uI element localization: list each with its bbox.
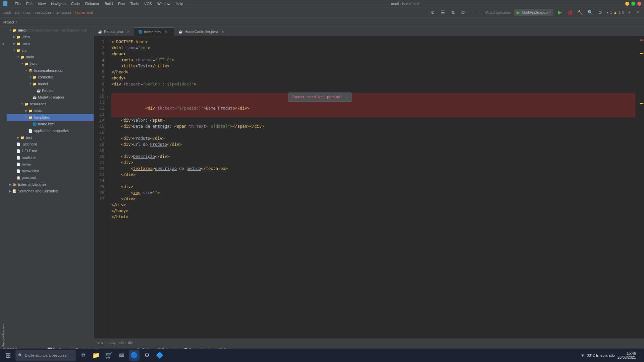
show-desktop-btn[interactable]: |	[639, 350, 641, 361]
toolbar-close-btn[interactable]: —	[470, 9, 477, 16]
tree-helpmd[interactable]: ▶ 📄 HELP.md	[7, 147, 94, 154]
tree-mudi-app[interactable]: ▶ ☕ MudiApplication	[7, 94, 94, 101]
intellij-btn[interactable]: 🔵	[129, 350, 140, 361]
maximize-button[interactable]	[631, 2, 635, 6]
favorites-icon[interactable]: Favorites	[1, 338, 6, 343]
menu-navigate[interactable]: Navigate	[49, 1, 67, 6]
task-view-btn[interactable]: ⧉	[78, 350, 89, 361]
tree-templates[interactable]: ▾ 📁 templates	[7, 114, 94, 121]
project-view-icon[interactable]: ◈	[1, 42, 6, 47]
tab-home-controller[interactable]: ☕ HomeController.java ✕	[174, 27, 228, 36]
tree-mvnwcmd[interactable]: ▶ 📄 mvnw.cmd	[7, 168, 94, 174]
code-line-16	[111, 147, 635, 154]
project-dropdown-arrow: ▾	[15, 20, 17, 24]
chevron-down-icon: ▾	[549, 11, 551, 14]
tree-home-html[interactable]: ▶ 🌐 home.html	[7, 121, 94, 127]
src-label: src	[22, 48, 27, 52]
tree-ext-libs[interactable]: ▶ 📚 External Libraries	[7, 181, 94, 188]
menu-code[interactable]: Code	[69, 1, 82, 6]
breadcrumb-mudi[interactable]: mudi	[3, 10, 11, 14]
tree-main[interactable]: ▾ 📁 main	[7, 54, 94, 60]
tree-mvnw[interactable]: ▶ 📄 mvnw	[7, 161, 94, 168]
tree-java[interactable]: ▾ 📁 java	[7, 60, 94, 67]
menu-run[interactable]: Run	[116, 1, 127, 6]
home-controller-tab-icon: ☕	[178, 30, 182, 34]
code-editor[interactable]: 12345 678910 1112131415 1617181920 21222…	[94, 36, 644, 339]
tree-pedido[interactable]: ▶ ☕ Pedido	[7, 87, 94, 94]
tree-test[interactable]: ▶ 📁 test	[7, 134, 94, 141]
code-line-5: <title>Teste</title>	[111, 63, 635, 69]
tree-controller[interactable]: ▾ 📁 controller	[7, 74, 94, 80]
tooltip-more-icon: ⋮	[345, 94, 348, 100]
explorer-btn[interactable]: 📁	[91, 350, 101, 361]
search-taskbar[interactable]: 🔍 Digite aqui para pesquisar	[15, 350, 76, 361]
toolbar-list-btn[interactable]: ☰	[439, 9, 447, 16]
menu-vcs[interactable]: VCS	[142, 1, 154, 6]
code-line-14: <div>Produto</div>	[111, 135, 635, 141]
pedido-label: Pedido	[42, 88, 53, 93]
tree-idea[interactable]: ▶ 📁 .idea	[7, 34, 94, 40]
code-editor-content[interactable]: Cannot resolve 'pedido' ⋮ <!DOCTYPE html…	[107, 36, 639, 339]
close-button[interactable]	[637, 2, 641, 6]
tree-mvn[interactable]: ▶ 📁 .mvn	[7, 40, 94, 47]
home-html-icon: 🌐	[32, 122, 37, 126]
tree-app-props[interactable]: ▶ 📄 application.properties	[7, 127, 94, 134]
tree-gitignore[interactable]: ▶ 📄 .gitignore	[7, 141, 94, 147]
menu-file[interactable]: File	[13, 1, 23, 6]
home-controller-tab-close[interactable]: ✕	[221, 30, 224, 34]
chrome-btn[interactable]: ⚙	[142, 350, 152, 361]
tree-mudiiml[interactable]: ▶ 📄 mudi.iml	[7, 154, 94, 161]
breadcrumb-file[interactable]: home.html	[75, 10, 93, 14]
tab-pedido-java[interactable]: ☕ Pedido.java ✕	[94, 27, 134, 36]
breadcrumb-body[interactable]: body	[107, 341, 115, 345]
tree-root[interactable]: ▾ 📁 mudi C:\Users\lucas\IdeaProjects\dem…	[7, 27, 94, 34]
toolbar-sort-btn[interactable]: ⇅	[449, 9, 457, 16]
app-props-icon: 📄	[28, 128, 33, 133]
store-btn[interactable]: 🛒	[103, 350, 114, 361]
menu-build[interactable]: Build	[103, 1, 115, 6]
build-button[interactable]: 🔨	[576, 9, 584, 16]
code-line-6: </head>	[111, 69, 635, 75]
menu-tools[interactable]: Tools	[128, 1, 141, 6]
minimize-button[interactable]	[625, 2, 629, 6]
tree-scratches[interactable]: ▶ 📝 Scratches and Consoles	[7, 188, 94, 194]
start-button[interactable]: ⊞	[3, 350, 13, 361]
tree-pomxml[interactable]: ▶ 📋 pom.xml	[7, 174, 94, 181]
tree-model[interactable]: ▾ 📁 model	[7, 80, 94, 87]
menu-view[interactable]: View	[36, 1, 48, 6]
breadcrumb-src[interactable]: src	[15, 10, 20, 14]
breadcrumb-div2[interactable]: div	[128, 341, 133, 345]
tree-resources[interactable]: ▾ 📁 resources	[7, 101, 94, 107]
collapse-btn[interactable]: ∧	[625, 9, 633, 16]
code-line-21	[111, 178, 635, 184]
pedido-java-tab-close[interactable]: ✕	[127, 30, 129, 34]
toolbar-search-btn[interactable]: 🔍	[586, 9, 594, 16]
menu-edit[interactable]: Edit	[24, 1, 35, 6]
mail-btn[interactable]: ✉	[116, 350, 127, 361]
toolbar-gear-btn[interactable]: ⚙	[596, 9, 604, 16]
menu-help[interactable]: Help	[174, 1, 185, 6]
menu-window[interactable]: Window	[155, 1, 172, 6]
error-gutter-icon: ⚠	[107, 93, 108, 99]
run-button[interactable]: ▶	[556, 9, 564, 16]
breadcrumb-resources[interactable]: resources	[35, 10, 51, 14]
breadcrumb-div1[interactable]: div	[119, 341, 124, 345]
tab-home-html[interactable]: 🌐 home.html ✕	[134, 27, 174, 36]
code-line-18: <div>	[111, 160, 635, 166]
home-html-tab-close[interactable]: ✕	[165, 30, 167, 34]
structure-view-icon[interactable]: Structure	[1, 327, 6, 333]
toolbar-settings-btn[interactable]: ⚙	[429, 9, 437, 16]
expand-btn[interactable]: ∨	[634, 9, 641, 16]
breadcrumb-main[interactable]: main	[23, 10, 32, 14]
tree-static[interactable]: ▶ 📁 static	[7, 107, 94, 114]
vscode-btn[interactable]: 🔷	[154, 350, 165, 361]
debug-button[interactable]: 🐞	[566, 9, 574, 16]
run-config-dropdown[interactable]: ▶ MudiApplication ▾	[514, 9, 553, 16]
toolbar-config-btn[interactable]: ⚙	[460, 9, 467, 16]
project-label[interactable]: Project ▾	[3, 20, 17, 24]
breadcrumb-html[interactable]: html	[97, 341, 104, 345]
breadcrumb-templates[interactable]: templates	[55, 10, 71, 14]
tree-src[interactable]: ▾ 📁 src	[7, 47, 94, 54]
menu-refactor[interactable]: Refactor	[83, 1, 101, 6]
tree-package[interactable]: ▾ 📦 br.com.alura.mudi	[7, 67, 94, 74]
